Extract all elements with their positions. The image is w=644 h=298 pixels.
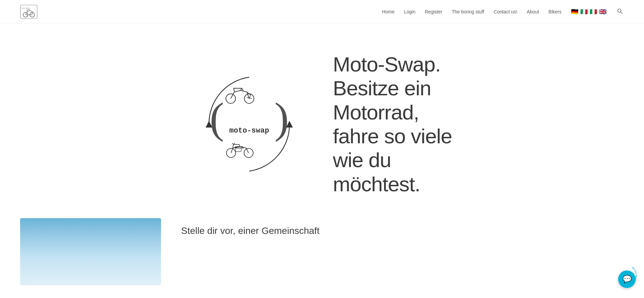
lang-en[interactable]: 🇬🇧 <box>599 8 606 15</box>
svg-rect-14 <box>235 148 241 152</box>
svg-text:moto-swap: moto-swap <box>229 127 269 135</box>
nav-home[interactable]: Home <box>382 9 394 14</box>
logo-icon: moto-swap <box>20 5 38 19</box>
lower-section: Stelle dir vor, einer Gemeinschaft <box>0 218 644 298</box>
hero-text: Moto-Swap. Besitze ein Motorrad, fahre s… <box>333 52 452 196</box>
svg-text:moto-swap: moto-swap <box>21 7 30 9</box>
nav-about[interactable]: About <box>527 9 539 14</box>
lower-image <box>20 218 161 285</box>
nav-boring-stuff[interactable]: The boring stuff <box>452 9 484 14</box>
chat-widget: We Are Here! We Are Here! 💬 <box>614 264 637 288</box>
nav-register[interactable]: Register <box>425 9 442 14</box>
lang-it[interactable]: 🇮🇹 <box>580 8 588 15</box>
lower-subtitle: Stelle dir vor, einer Gemeinschaft <box>181 218 319 237</box>
svg-text:(: ( <box>210 94 224 142</box>
svg-line-6 <box>621 12 623 13</box>
nav-bikers[interactable]: Bikers <box>548 9 561 14</box>
hero-section: ( ) moto-swap <box>0 23 644 218</box>
svg-text:): ) <box>274 94 289 142</box>
site-logo[interactable]: moto-swap <box>20 5 38 19</box>
lang-it2[interactable]: 🇮🇹 <box>590 8 597 15</box>
nav-contact[interactable]: Contact us! <box>494 9 518 14</box>
hero-title: Moto-Swap. Besitze ein Motorrad, fahre s… <box>333 52 452 196</box>
language-switcher: 🇩🇪 🇮🇹 🇮🇹 🇬🇧 <box>571 8 606 15</box>
hero-illustration: ( ) moto-swap <box>192 67 306 181</box>
chat-button[interactable]: 💬 <box>618 270 636 288</box>
search-icon <box>617 8 623 14</box>
moto-swap-diagram: ( ) moto-swap <box>192 67 306 181</box>
main-nav: Home Login Register The boring stuff Con… <box>382 7 624 16</box>
chat-icon: 💬 <box>623 275 632 284</box>
nav-login[interactable]: Login <box>404 9 415 14</box>
lang-de[interactable]: 🇩🇪 <box>571 8 578 15</box>
search-button[interactable] <box>616 7 624 16</box>
